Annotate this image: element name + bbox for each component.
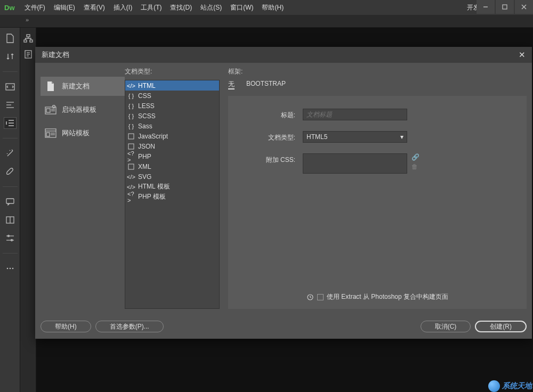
menu-site[interactable]: 站点(S) xyxy=(200,3,222,12)
minimize-button[interactable] xyxy=(477,0,495,14)
doctype-scss[interactable]: { }SCSS xyxy=(125,111,219,121)
category-starter-templates[interactable]: 启动器模板 xyxy=(41,100,125,119)
cancel-button[interactable]: 取消(C) xyxy=(421,321,471,332)
document-type-list[interactable]: </>HTML { }CSS { }LESS { }SCSS { }Sass J… xyxy=(125,80,220,309)
doctype-css[interactable]: { }CSS xyxy=(125,91,219,101)
category-new-document[interactable]: 新建文档 xyxy=(41,77,125,96)
create-button[interactable]: 创建(R) xyxy=(475,321,527,332)
svg-rect-1 xyxy=(503,5,507,9)
tab-chevron-icon[interactable]: » xyxy=(26,17,29,23)
doctype-php-template[interactable]: <?>PHP 模板 xyxy=(125,192,219,202)
panel-column xyxy=(20,28,36,392)
site-template-icon xyxy=(45,128,56,138)
doctype-javascript[interactable]: JavaScript xyxy=(125,131,219,141)
menu-view[interactable]: 查看(V) xyxy=(84,3,105,12)
doctype-html[interactable]: </>HTML xyxy=(125,80,219,91)
brush-icon[interactable] xyxy=(4,166,16,177)
options-panel: 框架: 无 BOOTSTRAP 标题: 文档类型: HTML5 ▾ xyxy=(220,67,527,308)
form-panel: 标题: 文档类型: HTML5 ▾ 附加 CSS: xyxy=(228,96,527,309)
swap-icon[interactable] xyxy=(4,51,16,62)
svg-icon: </> xyxy=(127,173,135,181)
wand-icon[interactable] xyxy=(4,148,16,159)
new-doc-icon xyxy=(45,81,56,92)
maximize-button[interactable] xyxy=(496,0,514,14)
doctype-svg[interactable]: </>SVG xyxy=(125,172,219,182)
frame-tab-bootstrap[interactable]: BOOTSTRAP xyxy=(246,80,286,89)
close-icon[interactable]: ✕ xyxy=(519,50,526,60)
preferences-button[interactable]: 首选参数(P)... xyxy=(95,321,164,332)
menu-edit[interactable]: 编辑(E) xyxy=(54,3,75,12)
title-input[interactable] xyxy=(303,109,407,120)
file-icon[interactable] xyxy=(4,33,16,44)
svg-rect-40 xyxy=(128,164,134,169)
category-list: 新建文档 启动器模板 网站模板 xyxy=(41,67,125,308)
tab-strip: » xyxy=(0,15,533,28)
svg-rect-21 xyxy=(27,35,30,37)
doctype-html-template[interactable]: </>HTML 模板 xyxy=(125,182,219,192)
app-logo: Dw xyxy=(4,4,15,12)
remove-css-icon[interactable]: 🗑 xyxy=(411,163,419,170)
settings-icon[interactable] xyxy=(4,233,16,243)
doctype-label: SVG xyxy=(138,173,151,181)
doctype-label: SCSS xyxy=(138,112,156,120)
indent-icon[interactable] xyxy=(4,118,16,128)
dialog-footer: 帮助(H) 首选参数(P)... 取消(C) 创建(R) xyxy=(41,321,527,332)
extract-icon xyxy=(306,293,314,301)
comment-icon[interactable] xyxy=(4,197,16,207)
link-css-icon[interactable]: 🔗 xyxy=(411,153,419,161)
svg-rect-22 xyxy=(24,40,27,42)
svg-point-18 xyxy=(6,268,8,270)
menu-tools[interactable]: 工具(T) xyxy=(141,3,161,12)
doctype-label: CSS xyxy=(138,92,151,100)
doctype-label: LESS xyxy=(138,102,155,110)
braces-icon: { } xyxy=(127,112,135,120)
doctype-select[interactable]: HTML5 ▾ xyxy=(303,131,407,143)
json-icon xyxy=(127,143,135,150)
category-label: 网站模板 xyxy=(62,128,90,138)
doctype-label: PHP 模板 xyxy=(138,192,166,201)
document-type-column: 文档类型: </>HTML { }CSS { }LESS { }SCSS { }… xyxy=(125,67,220,308)
doctype-php[interactable]: <?>PHP xyxy=(125,151,219,161)
doctype-sass[interactable]: { }Sass xyxy=(125,121,219,131)
menu-insert[interactable]: 插入(I) xyxy=(114,3,132,12)
category-site-templates[interactable]: 网站模板 xyxy=(41,124,125,143)
titlebar: Dw 文件(F) 编辑(E) 查看(V) 插入(I) 工具(T) 查找(D) 站… xyxy=(0,0,533,15)
doctype-label: HTML xyxy=(138,82,156,89)
doctype-xml[interactable]: XML xyxy=(125,161,219,172)
menu-file[interactable]: 文件(F) xyxy=(25,3,45,12)
doctype-label: JSON xyxy=(138,143,155,150)
tpl-icon: <?> xyxy=(127,193,135,201)
js-icon xyxy=(127,133,135,140)
svg-rect-11 xyxy=(6,199,14,203)
extract-checkbox[interactable] xyxy=(317,294,324,300)
menu-window[interactable]: 窗口(W) xyxy=(230,3,253,12)
svg-point-19 xyxy=(9,268,11,270)
more-icon[interactable] xyxy=(4,263,16,274)
frame-tab-none[interactable]: 无 xyxy=(228,80,235,89)
code-icon[interactable] xyxy=(4,81,16,92)
globe-icon xyxy=(488,380,500,392)
framework-tabs: 无 BOOTSTRAP xyxy=(228,80,527,89)
svg-point-20 xyxy=(12,268,13,270)
dialog-title: 新建文档 xyxy=(42,50,69,60)
attached-css-list[interactable] xyxy=(303,153,407,174)
help-button[interactable]: 帮助(H) xyxy=(41,321,91,332)
php-icon: <?> xyxy=(127,153,135,160)
starter-icon xyxy=(45,104,56,115)
watermark-text: 系统天地 xyxy=(502,381,532,391)
category-label: 新建文档 xyxy=(62,81,90,91)
menu-help[interactable]: 帮助(H) xyxy=(262,3,284,12)
doctype-label: HTML 模板 xyxy=(138,182,170,191)
category-label: 启动器模板 xyxy=(62,105,96,115)
extract-label: 使用 Extract 从 Photoshop 复合中构建页面 xyxy=(327,292,448,301)
document-panel-icon[interactable] xyxy=(22,49,34,60)
split-icon[interactable] xyxy=(4,215,16,225)
close-button[interactable] xyxy=(515,0,533,14)
doctype-json[interactable]: JSON xyxy=(125,141,219,151)
format-icon[interactable] xyxy=(4,100,16,110)
menu-find[interactable]: 查找(D) xyxy=(170,3,192,12)
doctype-less[interactable]: { }LESS xyxy=(125,101,219,111)
tree-icon[interactable] xyxy=(22,33,34,44)
doctype-label: 文档类型: xyxy=(239,131,303,142)
doc-type-heading: 文档类型: xyxy=(125,67,220,77)
